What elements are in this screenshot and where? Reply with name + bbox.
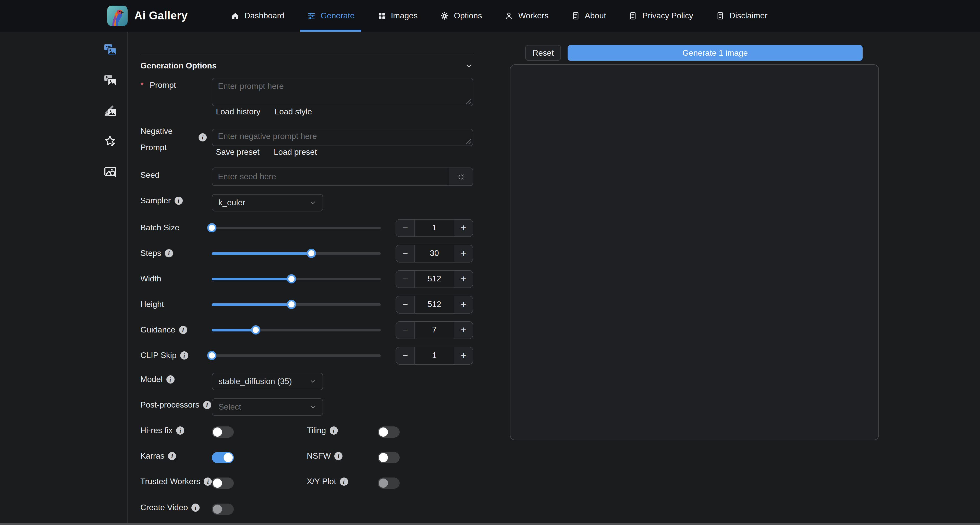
negative-prompt-input[interactable] [212,129,473,146]
tiling-toggle[interactable] [378,426,400,438]
clip-skip-slider[interactable] [212,346,381,365]
create-video-toggle[interactable] [212,504,234,515]
steps-stepper: − 30 + [396,244,473,262]
increment-button[interactable]: + [454,245,473,262]
info-icon[interactable]: i [204,477,212,486]
prompt-label: * Prompt [140,81,176,90]
slider-handle[interactable] [207,351,216,360]
prompt-input[interactable] [212,78,473,106]
increment-button[interactable]: + [454,219,473,236]
info-icon[interactable]: i [340,477,348,486]
image-search-icon [103,165,118,179]
slider-handle[interactable] [286,300,296,309]
toggle-row-1: Hi-res fixi Tilingi [140,426,473,438]
info-icon[interactable]: i [329,426,338,435]
xy-plot-label: X/Y Ploti [307,477,348,486]
batch-size-value[interactable]: 1 [415,219,454,236]
nav-dashboard[interactable]: Dashboard [224,0,291,32]
section-header[interactable]: Generation Options [140,59,473,73]
info-icon[interactable]: i [166,375,174,383]
chevron-down-icon [309,199,317,206]
sidebar-item-rate-images[interactable] [103,134,118,148]
info-icon[interactable]: i [199,133,207,142]
guidance-slider[interactable] [212,321,381,339]
hi-res-fix-label: Hi-res fixi [140,426,184,435]
info-icon[interactable]: i [334,452,342,460]
slider-handle[interactable] [286,274,296,283]
decrement-button[interactable]: − [396,296,415,313]
nav-generate[interactable]: Generate [300,0,361,32]
nav-about[interactable]: About [564,0,613,32]
random-seed-button[interactable] [449,168,473,186]
sidebar-item-interrogate[interactable] [103,165,118,179]
slider-handle[interactable] [251,325,260,335]
sampler-select[interactable]: k_euler [212,194,323,211]
sampler-label: Sampler i [140,196,183,205]
trusted-workers-toggle[interactable] [212,477,234,489]
chevron-down-icon[interactable] [465,62,473,70]
toggle-row-2: Karrasi NSFWi [140,452,473,464]
nav-privacy-policy[interactable]: Privacy Policy [622,0,700,32]
increment-button[interactable]: + [454,347,473,364]
height-slider[interactable] [212,295,381,314]
model-select[interactable]: stable_diffusion (35) [212,373,323,390]
steps-slider[interactable] [212,244,381,263]
steps-value[interactable]: 30 [415,245,454,262]
nav-images[interactable]: Images [370,0,424,32]
output-panel [510,64,879,440]
width-slider[interactable] [212,270,381,288]
batch-size-slider[interactable] [212,219,381,237]
slider-handle[interactable] [307,249,316,258]
trusted-workers-label: Trusted Workersi [140,477,212,486]
info-icon[interactable]: i [174,196,183,205]
width-value[interactable]: 512 [415,270,454,287]
slider-handle[interactable] [207,223,216,232]
mode-sidebar [0,32,127,525]
toggle-row-3: Trusted Workersi X/Y Ploti [140,477,473,489]
decrement-button[interactable]: − [396,219,415,236]
info-icon[interactable]: i [168,452,176,460]
xy-plot-toggle[interactable] [378,477,400,489]
brand[interactable]: Ai Gallery [107,0,188,32]
info-icon[interactable]: i [165,249,173,257]
nsfw-toggle[interactable] [378,452,400,463]
image-to-image-icon [103,73,118,87]
horizontal-scrollbar[interactable] [0,523,980,525]
info-icon[interactable]: i [203,401,211,409]
nav-workers[interactable]: Workers [498,0,555,32]
seed-input[interactable] [212,168,449,186]
load-preset-link[interactable]: Load preset [274,148,317,157]
generate-button[interactable]: Generate 1 image [568,45,862,61]
decrement-button[interactable]: − [396,347,415,364]
info-icon[interactable]: i [176,426,184,435]
nav-options[interactable]: Options [433,0,488,32]
load-style-link[interactable]: Load style [275,107,312,116]
sidebar-item-inpainting[interactable] [103,104,118,118]
height-value[interactable]: 512 [415,296,454,313]
guidance-value[interactable]: 7 [415,321,454,338]
increment-button[interactable]: + [454,321,473,338]
decrement-button[interactable]: − [396,270,415,287]
karras-toggle[interactable] [212,452,234,463]
nav-disclaimer[interactable]: Disclaimer [709,0,774,32]
increment-button[interactable]: + [454,270,473,287]
chevron-down-icon [309,378,317,385]
info-icon[interactable]: i [191,504,200,512]
sidebar-item-text-to-image[interactable] [103,42,118,57]
decrement-button[interactable]: − [396,321,415,338]
save-preset-link[interactable]: Save preset [216,148,259,157]
reset-button[interactable]: Reset [525,45,561,61]
section-divider [140,54,473,54]
sidebar-item-image-to-image[interactable] [103,73,118,87]
load-history-link[interactable]: Load history [216,107,260,116]
decrement-button[interactable]: − [396,245,415,262]
increment-button[interactable]: + [454,296,473,313]
info-icon[interactable]: i [179,326,187,334]
clip-skip-value[interactable]: 1 [415,347,454,364]
hi-res-fix-toggle[interactable] [212,426,234,438]
batch-size-row: Batch Size − 1 + [140,219,473,237]
clip-skip-row: CLIP Skipi − 1 + [140,346,473,365]
app-window: Ai Gallery Dashboard Generate [0,0,980,525]
post-processors-select[interactable]: Select [212,398,323,416]
info-icon[interactable]: i [180,351,188,359]
